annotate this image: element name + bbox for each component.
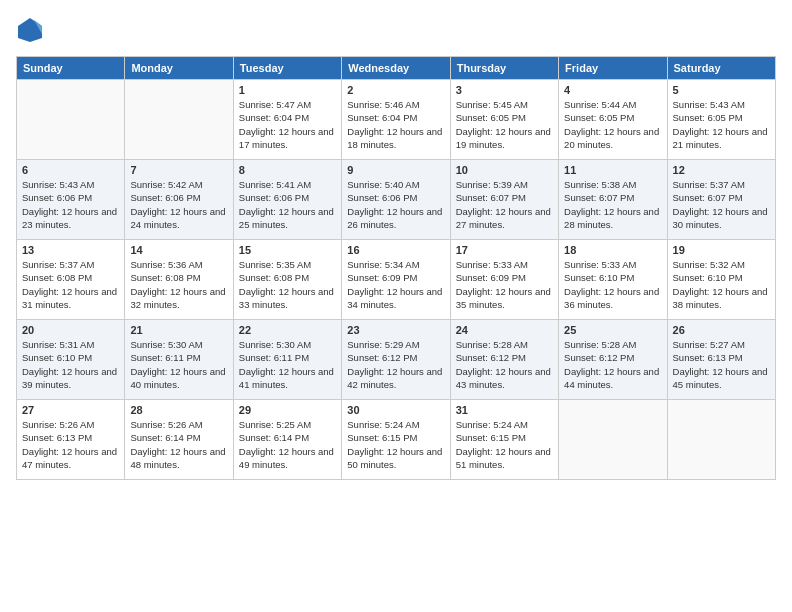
day-number: 20 [22,324,119,336]
weekday-header: Sunday [17,57,125,80]
day-info: Sunrise: 5:38 AM Sunset: 6:07 PM Dayligh… [564,178,661,231]
day-info: Sunrise: 5:32 AM Sunset: 6:10 PM Dayligh… [673,258,770,311]
logo-icon [16,16,44,44]
day-number: 29 [239,404,336,416]
calendar-cell: 28Sunrise: 5:26 AM Sunset: 6:14 PM Dayli… [125,400,233,480]
day-number: 8 [239,164,336,176]
svg-marker-0 [18,18,42,42]
calendar-cell: 17Sunrise: 5:33 AM Sunset: 6:09 PM Dayli… [450,240,558,320]
calendar-cell: 9Sunrise: 5:40 AM Sunset: 6:06 PM Daylig… [342,160,450,240]
calendar-cell: 13Sunrise: 5:37 AM Sunset: 6:08 PM Dayli… [17,240,125,320]
calendar-cell: 16Sunrise: 5:34 AM Sunset: 6:09 PM Dayli… [342,240,450,320]
day-info: Sunrise: 5:36 AM Sunset: 6:08 PM Dayligh… [130,258,227,311]
day-number: 31 [456,404,553,416]
day-info: Sunrise: 5:40 AM Sunset: 6:06 PM Dayligh… [347,178,444,231]
day-number: 13 [22,244,119,256]
page-header [16,16,776,44]
day-info: Sunrise: 5:28 AM Sunset: 6:12 PM Dayligh… [456,338,553,391]
day-info: Sunrise: 5:35 AM Sunset: 6:08 PM Dayligh… [239,258,336,311]
day-number: 10 [456,164,553,176]
calendar-cell: 31Sunrise: 5:24 AM Sunset: 6:15 PM Dayli… [450,400,558,480]
day-info: Sunrise: 5:26 AM Sunset: 6:13 PM Dayligh… [22,418,119,471]
calendar-cell: 14Sunrise: 5:36 AM Sunset: 6:08 PM Dayli… [125,240,233,320]
day-info: Sunrise: 5:33 AM Sunset: 6:10 PM Dayligh… [564,258,661,311]
calendar-cell [17,80,125,160]
calendar-week-row: 13Sunrise: 5:37 AM Sunset: 6:08 PM Dayli… [17,240,776,320]
calendar-cell: 1Sunrise: 5:47 AM Sunset: 6:04 PM Daylig… [233,80,341,160]
logo [16,16,48,44]
day-info: Sunrise: 5:24 AM Sunset: 6:15 PM Dayligh… [456,418,553,471]
weekday-header: Saturday [667,57,775,80]
day-info: Sunrise: 5:24 AM Sunset: 6:15 PM Dayligh… [347,418,444,471]
calendar-week-row: 20Sunrise: 5:31 AM Sunset: 6:10 PM Dayli… [17,320,776,400]
day-info: Sunrise: 5:30 AM Sunset: 6:11 PM Dayligh… [130,338,227,391]
day-number: 4 [564,84,661,96]
day-info: Sunrise: 5:34 AM Sunset: 6:09 PM Dayligh… [347,258,444,311]
calendar-cell: 25Sunrise: 5:28 AM Sunset: 6:12 PM Dayli… [559,320,667,400]
calendar-week-row: 1Sunrise: 5:47 AM Sunset: 6:04 PM Daylig… [17,80,776,160]
day-info: Sunrise: 5:25 AM Sunset: 6:14 PM Dayligh… [239,418,336,471]
calendar-cell: 19Sunrise: 5:32 AM Sunset: 6:10 PM Dayli… [667,240,775,320]
day-number: 6 [22,164,119,176]
calendar-cell: 5Sunrise: 5:43 AM Sunset: 6:05 PM Daylig… [667,80,775,160]
weekday-header: Wednesday [342,57,450,80]
calendar-cell: 6Sunrise: 5:43 AM Sunset: 6:06 PM Daylig… [17,160,125,240]
day-number: 30 [347,404,444,416]
calendar-cell [125,80,233,160]
weekday-header: Thursday [450,57,558,80]
calendar-cell: 26Sunrise: 5:27 AM Sunset: 6:13 PM Dayli… [667,320,775,400]
day-number: 24 [456,324,553,336]
calendar-cell: 29Sunrise: 5:25 AM Sunset: 6:14 PM Dayli… [233,400,341,480]
calendar-cell: 24Sunrise: 5:28 AM Sunset: 6:12 PM Dayli… [450,320,558,400]
calendar-cell: 10Sunrise: 5:39 AM Sunset: 6:07 PM Dayli… [450,160,558,240]
calendar-header-row: SundayMondayTuesdayWednesdayThursdayFrid… [17,57,776,80]
weekday-header: Monday [125,57,233,80]
calendar-table: SundayMondayTuesdayWednesdayThursdayFrid… [16,56,776,480]
day-number: 11 [564,164,661,176]
day-info: Sunrise: 5:45 AM Sunset: 6:05 PM Dayligh… [456,98,553,151]
calendar-cell: 4Sunrise: 5:44 AM Sunset: 6:05 PM Daylig… [559,80,667,160]
calendar-week-row: 6Sunrise: 5:43 AM Sunset: 6:06 PM Daylig… [17,160,776,240]
day-number: 23 [347,324,444,336]
day-number: 1 [239,84,336,96]
calendar-cell: 8Sunrise: 5:41 AM Sunset: 6:06 PM Daylig… [233,160,341,240]
day-info: Sunrise: 5:47 AM Sunset: 6:04 PM Dayligh… [239,98,336,151]
day-number: 2 [347,84,444,96]
day-info: Sunrise: 5:37 AM Sunset: 6:07 PM Dayligh… [673,178,770,231]
weekday-header: Friday [559,57,667,80]
calendar-cell: 20Sunrise: 5:31 AM Sunset: 6:10 PM Dayli… [17,320,125,400]
day-number: 3 [456,84,553,96]
day-info: Sunrise: 5:46 AM Sunset: 6:04 PM Dayligh… [347,98,444,151]
calendar-cell: 7Sunrise: 5:42 AM Sunset: 6:06 PM Daylig… [125,160,233,240]
day-number: 21 [130,324,227,336]
day-number: 25 [564,324,661,336]
calendar-cell [667,400,775,480]
day-number: 16 [347,244,444,256]
day-info: Sunrise: 5:41 AM Sunset: 6:06 PM Dayligh… [239,178,336,231]
day-number: 26 [673,324,770,336]
day-info: Sunrise: 5:30 AM Sunset: 6:11 PM Dayligh… [239,338,336,391]
calendar-cell: 2Sunrise: 5:46 AM Sunset: 6:04 PM Daylig… [342,80,450,160]
day-info: Sunrise: 5:27 AM Sunset: 6:13 PM Dayligh… [673,338,770,391]
day-info: Sunrise: 5:28 AM Sunset: 6:12 PM Dayligh… [564,338,661,391]
day-number: 28 [130,404,227,416]
day-info: Sunrise: 5:43 AM Sunset: 6:05 PM Dayligh… [673,98,770,151]
day-info: Sunrise: 5:37 AM Sunset: 6:08 PM Dayligh… [22,258,119,311]
day-info: Sunrise: 5:26 AM Sunset: 6:14 PM Dayligh… [130,418,227,471]
calendar-cell: 30Sunrise: 5:24 AM Sunset: 6:15 PM Dayli… [342,400,450,480]
calendar-cell: 12Sunrise: 5:37 AM Sunset: 6:07 PM Dayli… [667,160,775,240]
calendar-cell [559,400,667,480]
calendar-week-row: 27Sunrise: 5:26 AM Sunset: 6:13 PM Dayli… [17,400,776,480]
calendar-cell: 23Sunrise: 5:29 AM Sunset: 6:12 PM Dayli… [342,320,450,400]
calendar-cell: 11Sunrise: 5:38 AM Sunset: 6:07 PM Dayli… [559,160,667,240]
day-number: 7 [130,164,227,176]
calendar-cell: 22Sunrise: 5:30 AM Sunset: 6:11 PM Dayli… [233,320,341,400]
calendar-cell: 21Sunrise: 5:30 AM Sunset: 6:11 PM Dayli… [125,320,233,400]
day-number: 27 [22,404,119,416]
day-number: 18 [564,244,661,256]
calendar-cell: 3Sunrise: 5:45 AM Sunset: 6:05 PM Daylig… [450,80,558,160]
calendar-cell: 15Sunrise: 5:35 AM Sunset: 6:08 PM Dayli… [233,240,341,320]
day-info: Sunrise: 5:44 AM Sunset: 6:05 PM Dayligh… [564,98,661,151]
day-number: 14 [130,244,227,256]
day-number: 17 [456,244,553,256]
